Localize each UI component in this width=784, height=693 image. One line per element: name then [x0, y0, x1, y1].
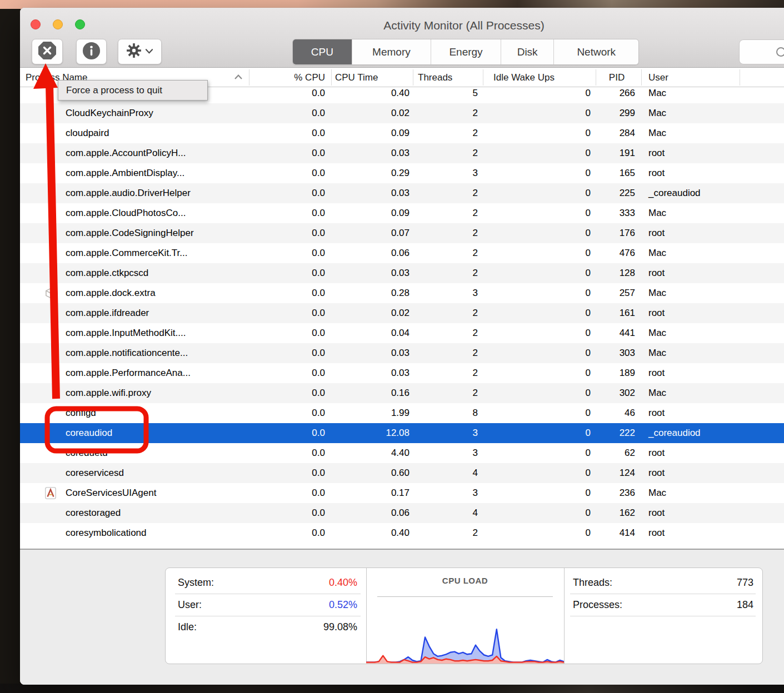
- process-cpu: 0.0: [249, 523, 325, 543]
- process-cpu: 0.0: [249, 203, 325, 223]
- tab-cpu[interactable]: CPU: [293, 39, 352, 64]
- process-row[interactable]: com.apple.dock.extra 0.0 0.28 3 0 257 Ma…: [20, 283, 784, 303]
- octagon-x-icon: [38, 41, 57, 62]
- process-row[interactable]: coreaudiod 0.0 12.08 3 0 222 _coreaudiod: [20, 423, 784, 443]
- process-threads: 2: [416, 323, 478, 343]
- process-name: com.apple.AccountPolicyH...: [66, 143, 186, 163]
- zoom-window-button[interactable]: [75, 19, 85, 29]
- process-cpu: 0.0: [249, 363, 325, 383]
- process-row[interactable]: com.apple.wifi.proxy 0.0 0.16 2 0 302 Ma…: [20, 383, 784, 403]
- process-name: com.apple.wifi.proxy: [66, 383, 151, 403]
- process-user: Mac: [648, 243, 776, 263]
- process-cpu: 0.0: [249, 323, 325, 343]
- process-idle-wake-ups: 0: [486, 343, 591, 363]
- process-row[interactable]: com.apple.audio.DriverHelper 0.0 0.03 2 …: [20, 183, 784, 203]
- process-row[interactable]: CloudKeychainProxy 0.0 0.02 2 0 299 Mac: [20, 103, 784, 123]
- process-idle-wake-ups: 0: [486, 143, 591, 163]
- sort-ascending-icon: [234, 72, 243, 82]
- process-name: coreaudiod: [66, 423, 112, 443]
- process-row[interactable]: com.apple.CodeSigningHelper 0.0 0.07 2 0…: [20, 223, 784, 243]
- close-window-button[interactable]: [31, 19, 41, 29]
- column-header-idle-wake-ups[interactable]: Idle Wake Ups: [493, 68, 555, 87]
- view-tabs: CPU Memory Energy Disk Network: [292, 39, 639, 65]
- process-pid: 222: [598, 423, 635, 443]
- cpu-load-chart-title: CPU LOAD: [366, 576, 564, 585]
- process-row[interactable]: com.apple.AmbientDisplay... 0.0 0.29 3 0…: [20, 163, 784, 183]
- process-cpu-time: 0.29: [334, 163, 410, 183]
- process-table-body: 0.0 0.40 5 0 266 Mac CloudKeychainProxy …: [20, 83, 784, 543]
- tab-energy[interactable]: Energy: [431, 39, 501, 64]
- process-threads: 3: [416, 443, 478, 463]
- process-row[interactable]: configd 0.0 1.99 8 0 46 root: [20, 403, 784, 423]
- process-idle-wake-ups: 0: [486, 323, 591, 343]
- process-cpu: 0.0: [249, 403, 325, 423]
- process-threads: 3: [416, 423, 478, 443]
- idle-label: Idle:: [178, 617, 197, 637]
- search-input[interactable]: [739, 39, 784, 64]
- column-header-cpu[interactable]: % CPU: [249, 68, 325, 87]
- process-pid: 236: [598, 483, 635, 503]
- process-name: coresymbolicationd: [66, 523, 147, 543]
- process-row[interactable]: coresymbolicationd 0.0 0.40 2 0 414 root: [20, 523, 784, 543]
- process-row[interactable]: CoreServicesUIAgent 0.0 0.17 3 0 236 Mac: [20, 483, 784, 503]
- process-cpu: 0.0: [249, 283, 325, 303]
- process-row[interactable]: coreduetd 0.0 4.40 3 0 62 root: [20, 443, 784, 463]
- process-row[interactable]: com.apple.notificationcente... 0.0 0.03 …: [20, 343, 784, 363]
- process-name: corestoraged: [66, 503, 121, 523]
- actions-menu-button[interactable]: [118, 39, 162, 64]
- process-user: root: [648, 503, 776, 523]
- process-row[interactable]: com.apple.ctkpcscd 0.0 0.03 2 0 128 root: [20, 263, 784, 283]
- user-value: 0.52%: [329, 595, 357, 615]
- process-name: com.apple.audio.DriverHelper: [66, 183, 191, 203]
- process-idle-wake-ups: 0: [486, 363, 591, 383]
- inspect-button[interactable]: [76, 39, 107, 64]
- process-user: Mac: [648, 123, 776, 143]
- process-pid: 414: [598, 523, 635, 543]
- process-name: CoreServicesUIAgent: [66, 483, 156, 503]
- process-row[interactable]: com.apple.CommerceKit.Tr... 0.0 0.06 2 0…: [20, 243, 784, 263]
- process-cpu-time: 0.16: [334, 383, 410, 403]
- process-idle-wake-ups: 0: [486, 103, 591, 123]
- process-row[interactable]: com.apple.AccountPolicyH... 0.0 0.03 2 0…: [20, 143, 784, 163]
- force-quit-button[interactable]: [32, 39, 63, 64]
- process-cpu: 0.0: [249, 483, 325, 503]
- process-cpu-time: 0.03: [334, 143, 410, 163]
- process-user: Mac: [648, 323, 776, 343]
- idle-value: 99.08%: [323, 617, 357, 637]
- process-user: root: [648, 363, 776, 383]
- process-user: root: [648, 443, 776, 463]
- process-cpu-time: 0.02: [334, 103, 410, 123]
- process-pid: 302: [598, 383, 635, 403]
- process-row[interactable]: com.apple.CloudPhotosCo... 0.0 0.09 2 0 …: [20, 203, 784, 223]
- tab-memory[interactable]: Memory: [352, 39, 431, 64]
- process-cpu-time: 0.28: [334, 283, 410, 303]
- info-icon: [82, 42, 101, 62]
- column-header-cpu-time[interactable]: CPU Time: [335, 68, 378, 87]
- process-row[interactable]: com.apple.ifdreader 0.0 0.02 2 0 161 roo…: [20, 303, 784, 323]
- column-header-pid[interactable]: PID: [598, 68, 635, 87]
- column-header-user[interactable]: User: [648, 68, 668, 87]
- process-cpu-time: 0.17: [334, 483, 410, 503]
- process-cpu-time: 0.60: [334, 463, 410, 483]
- process-user: root: [648, 403, 776, 423]
- process-cpu-time: 0.06: [334, 503, 410, 523]
- tab-disk[interactable]: Disk: [501, 39, 554, 64]
- process-pid: 257: [598, 283, 635, 303]
- process-cpu: 0.0: [249, 143, 325, 163]
- activity-monitor-window: Activity Monitor (All Processes): [20, 8, 784, 685]
- process-pid: 176: [598, 223, 635, 243]
- process-row[interactable]: cloudpaird 0.0 0.09 2 0 284 Mac: [20, 123, 784, 143]
- tab-network[interactable]: Network: [553, 39, 638, 64]
- process-threads: 2: [416, 303, 478, 323]
- process-row[interactable]: coreservicesd 0.0 0.60 4 0 124 root: [20, 463, 784, 483]
- process-row[interactable]: corestoraged 0.0 0.06 4 0 162 root: [20, 503, 784, 523]
- process-row[interactable]: com.apple.PerformanceAna... 0.0 0.03 2 0…: [20, 363, 784, 383]
- process-row[interactable]: com.apple.InputMethodKit.... 0.0 0.04 2 …: [20, 323, 784, 343]
- package-cube-icon: [43, 286, 60, 300]
- minimize-window-button[interactable]: [53, 19, 63, 29]
- process-pid: 441: [598, 323, 635, 343]
- column-header-threads[interactable]: Threads: [418, 68, 452, 87]
- desktop-wallpaper-bottom: [0, 684, 784, 693]
- process-threads: 2: [416, 523, 478, 543]
- process-threads: 2: [416, 263, 478, 283]
